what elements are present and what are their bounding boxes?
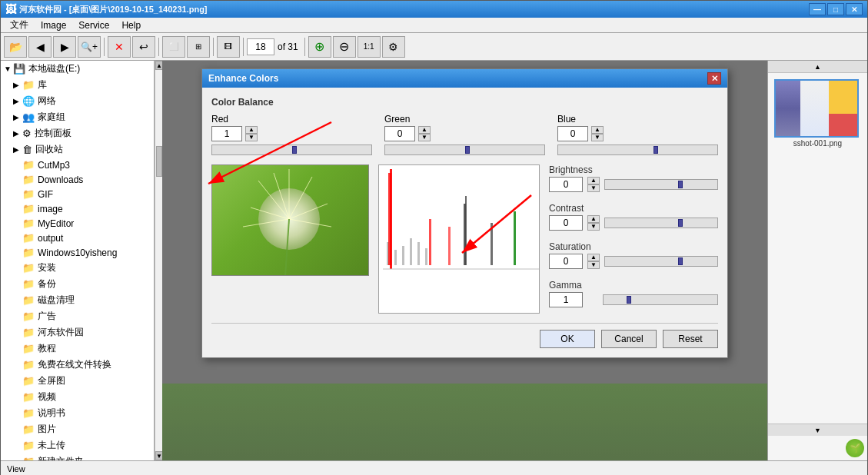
saturation-slider[interactable] xyxy=(604,256,718,267)
toolbar-btn-back[interactable]: ◀ xyxy=(28,36,52,58)
red-value-input[interactable]: 1 xyxy=(211,126,242,141)
tree-item-backup[interactable]: 📁 备份 xyxy=(1,276,154,292)
tree-item-label: 家庭组 xyxy=(38,111,65,124)
contrast-spin-down[interactable]: ▼ xyxy=(587,223,600,231)
cancel-button[interactable]: Cancel xyxy=(601,330,657,348)
gamma-label: Gamma xyxy=(549,280,718,291)
toolbar-btn-minus[interactable]: ⊖ xyxy=(333,36,356,58)
tree-item-ads[interactable]: 📁 广告 xyxy=(1,308,154,324)
toolbar-btn-zoom-in[interactable]: 🔍+ xyxy=(78,36,101,58)
menu-service[interactable]: Service xyxy=(72,18,115,32)
brightness-input[interactable]: 0 xyxy=(549,177,583,192)
green-control: Green 0 ▲ ▼ xyxy=(384,114,545,155)
contrast-slider[interactable] xyxy=(604,218,718,228)
tree-item-controlpanel[interactable]: ▶ ⚙ 控制面板 xyxy=(1,125,154,141)
saturation-spin-up[interactable]: ▲ xyxy=(587,254,600,261)
right-scroll-up[interactable]: ▲ xyxy=(768,61,867,73)
tree-item-label: 免费在线文件转换 xyxy=(38,358,111,371)
tree-item-downloads[interactable]: 📁 Downloads xyxy=(1,172,154,187)
tree-item-label: MyEditor xyxy=(38,218,74,229)
blue-label: Blue xyxy=(557,114,718,125)
brightness-slider[interactable] xyxy=(604,179,718,190)
tree-item-label: 图片 xyxy=(38,423,56,436)
maximize-button[interactable]: □ xyxy=(827,3,844,15)
minimize-button[interactable]: — xyxy=(809,3,826,15)
red-slider[interactable] xyxy=(211,144,372,155)
tree-item-video[interactable]: 📁 视频 xyxy=(1,389,154,405)
brightness-spin-up[interactable]: ▲ xyxy=(587,177,600,184)
toolbar-btn-grid[interactable]: ⊞ xyxy=(187,36,210,58)
tree-item-diskclean[interactable]: 📁 磁盘清理 xyxy=(1,292,154,308)
ok-button[interactable]: OK xyxy=(540,330,595,348)
toolbar-btn-plus[interactable]: ⊕ xyxy=(308,36,331,58)
close-button[interactable]: ✕ xyxy=(846,3,863,15)
folder-icon: 📁 xyxy=(22,188,35,200)
green-spin-down[interactable]: ▼ xyxy=(418,134,431,141)
right-scroll-down[interactable]: ▼ xyxy=(768,424,867,436)
toolbar-btn-delete[interactable]: ✕ xyxy=(108,36,131,58)
left-panel-wrapper: ▼ 💾 本地磁盘(E:) ▶ 📁 库 ▶ 🌐 网络 ▶ 👥 家庭 xyxy=(1,61,162,460)
tree-item-homegroup[interactable]: ▶ 👥 家庭组 xyxy=(1,109,154,125)
contrast-input[interactable]: 0 xyxy=(549,215,583,231)
toolbar-btn-film[interactable]: 🎞 xyxy=(217,36,240,58)
tree-item-image[interactable]: 📁 image xyxy=(1,201,154,216)
folder-icon: 📁 xyxy=(22,440,35,451)
expand-arrow: ▶ xyxy=(13,129,22,138)
red-spin-down[interactable]: ▼ xyxy=(245,134,258,141)
brightness-spin-down[interactable]: ▼ xyxy=(587,184,600,192)
green-slider[interactable] xyxy=(384,144,545,155)
blue-spin-down[interactable]: ▼ xyxy=(591,134,604,141)
tree-item-hedong[interactable]: 📁 河东软件园 xyxy=(1,324,154,340)
tree-item-cutmp3[interactable]: 📁 CutMp3 xyxy=(1,158,154,172)
contrast-spin-up[interactable]: ▲ xyxy=(587,215,600,223)
green-slider-thumb xyxy=(465,146,470,154)
tree-item-myeditor[interactable]: 📁 MyEditor xyxy=(1,216,154,231)
histogram-svg xyxy=(379,165,539,277)
blue-spin-up[interactable]: ▲ xyxy=(591,126,604,134)
tree-item-install[interactable]: 📁 安装 xyxy=(1,260,154,276)
tree-item-gif[interactable]: 📁 GIF xyxy=(1,187,154,201)
tree-item-manual[interactable]: 📁 说明书 xyxy=(1,405,154,421)
green-value-input[interactable]: 0 xyxy=(384,126,415,141)
tree-item-convert[interactable]: 📁 免费在线文件转换 xyxy=(1,357,154,373)
reset-button[interactable]: Reset xyxy=(663,330,718,348)
blue-slider[interactable] xyxy=(557,144,718,155)
tree-item-pictures[interactable]: 📁 图片 xyxy=(1,421,154,437)
toolbar-btn-open[interactable]: 📂 xyxy=(4,36,27,58)
page-number-input[interactable]: 18 xyxy=(247,38,274,55)
tree-item-localdisk[interactable]: ▼ 💾 本地磁盘(E:) xyxy=(1,61,154,77)
toolbar-btn-fit[interactable]: ⬜ xyxy=(162,36,185,58)
tree-item-tutorial[interactable]: 📁 教程 xyxy=(1,340,154,357)
tree-item-unuploaded[interactable]: 📁 未上传 xyxy=(1,437,154,453)
thumbnail-item[interactable]: sshot-001.png xyxy=(774,79,861,148)
menu-file[interactable]: 文件 xyxy=(4,17,35,33)
gamma-input[interactable]: 1 xyxy=(549,292,583,307)
tree-item-label: 回收站 xyxy=(35,143,63,156)
folder-icon: 📁 xyxy=(22,262,35,274)
toolbar-btn-settings[interactable]: ⚙ xyxy=(382,36,405,58)
tree-item-win10[interactable]: 📁 Windows10yisheng xyxy=(1,245,154,260)
dialog-close-button[interactable]: ✕ xyxy=(707,72,721,85)
left-scrollbar[interactable]: ▲ ▼ xyxy=(155,61,162,460)
tree-item-fullscreen[interactable]: 📁 全屏图 xyxy=(1,373,154,389)
red-spin-up[interactable]: ▲ xyxy=(245,126,258,134)
toolbar-btn-forward[interactable]: ▶ xyxy=(53,36,76,58)
menu-help[interactable]: Help xyxy=(115,18,147,32)
tree-item-label: Windows10yisheng xyxy=(38,247,117,258)
saturation-spin-down[interactable]: ▼ xyxy=(587,261,600,269)
gamma-slider[interactable] xyxy=(603,294,718,305)
saturation-input[interactable]: 0 xyxy=(549,254,583,269)
tree-item-newfolder[interactable]: 📁 新建文件夹 xyxy=(1,453,154,460)
tree-item-output[interactable]: 📁 output xyxy=(1,231,154,245)
dialog-body: Color Balance Red 1 ▲ ▼ xyxy=(202,88,727,357)
saturation-input-row: 0 ▲ ▼ xyxy=(549,254,718,269)
toolbar-btn-rotate[interactable]: ↩ xyxy=(132,36,155,58)
tree-item-recycle[interactable]: ▶ 🗑 回收站 xyxy=(1,141,154,158)
tree-item-network[interactable]: ▶ 🌐 网络 xyxy=(1,93,154,109)
scroll-thumb[interactable] xyxy=(156,146,162,177)
menu-image[interactable]: Image xyxy=(35,18,72,32)
toolbar-btn-actual[interactable]: 1:1 xyxy=(358,36,381,58)
blue-value-input[interactable]: 0 xyxy=(557,126,588,141)
tree-item-library[interactable]: ▶ 📁 库 xyxy=(1,77,154,93)
green-spin-up[interactable]: ▲ xyxy=(418,126,431,134)
